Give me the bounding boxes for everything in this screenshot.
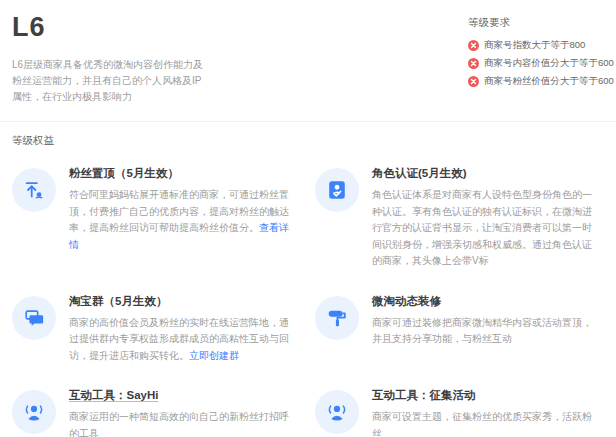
benefit-taobao-group: 淘宝群（5月生效） 商家的高价值会员及粉丝的实时在线运营阵地，通过提供群内专享权…	[12, 294, 297, 365]
benefit-title: 粉丝置顶（5月生效）	[69, 166, 297, 181]
error-x-icon	[468, 40, 479, 51]
chat-group-icon	[12, 296, 56, 340]
page-title: L6	[12, 12, 312, 43]
paint-roller-icon	[315, 296, 359, 340]
benefit-title: 微淘动态装修	[372, 294, 600, 309]
badge-check-icon	[315, 168, 359, 212]
person-waves-icon	[315, 390, 359, 434]
person-waves-icon	[12, 390, 56, 434]
benefit-description: 商家的高价值会员及粉丝的实时在线运营阵地，通过提供群内专享权益形成群成员的高粘性…	[69, 315, 297, 365]
level-requirements-panel: 等级要求 商家号指数大于等于800 商家号内容价值分大于等于600 商家号粉丝价…	[468, 8, 600, 105]
benefits-grid: 粉丝置顶（5月生效） 符合阿里妈妈钻展开通标准的商家，可通过粉丝置顶，付费推广自…	[12, 166, 600, 437]
benefit-weitao-decoration: 微淘动态装修 商家可通过装修把商家微淘精华内容或活动置顶，并且支持分享功能，与粉…	[315, 294, 600, 365]
level-benefits-page: L6 L6层级商家具备优秀的微淘内容创作能力及粉丝运营能力，并且有自己的个人风格…	[0, 0, 616, 437]
requirement-item: 商家号内容价值分大于等于600	[468, 57, 600, 70]
benefit-description: 商家可通过装修把商家微淘精华内容或活动置顶，并且支持分享功能，与粉丝互动	[372, 315, 600, 348]
page-description: L6层级商家具备优秀的微淘内容创作能力及粉丝运营能力，并且有自己的个人风格及IP…	[12, 57, 204, 105]
page-header: L6 L6层级商家具备优秀的微淘内容创作能力及粉丝运营能力，并且有自己的个人风格…	[0, 0, 616, 105]
benefits-heading: 等级权益	[12, 134, 600, 148]
requirements-list: 商家号指数大于等于800 商家号内容价值分大于等于600 商家号粉丝价值分大于等…	[468, 39, 600, 88]
benefit-description: 商家可设置主题，征集粉丝的优质买家秀，活跃粉丝	[372, 409, 600, 437]
benefit-description: 商家运用的一种简短高效的向自己的新粉丝打招呼的工具	[69, 409, 297, 437]
requirement-text: 商家号指数大于等于800	[484, 39, 585, 52]
benefit-title: 淘宝群（5月生效）	[69, 294, 297, 309]
create-group-link[interactable]: 立即创建群	[189, 350, 239, 361]
level-benefits-section: 等级权益 粉丝置顶（5月生效） 符合阿里妈妈钻展开通标准的商家，可通过粉丝置顶，…	[0, 122, 616, 437]
benefit-role-certification: 角色认证(5月生效) 角色认证体系是对商家有人设特色型身份角色的一种认证。享有角…	[315, 166, 600, 270]
level-intro: L6 L6层级商家具备优秀的微淘内容创作能力及粉丝运营能力，并且有自己的个人风格…	[12, 8, 312, 105]
requirement-item: 商家号粉丝价值分大于等于600	[468, 75, 600, 88]
requirement-text: 商家号内容价值分大于等于600	[484, 57, 614, 70]
requirement-item: 商家号指数大于等于800	[468, 39, 600, 52]
benefit-description: 角色认证体系是对商家有人设特色型身份角色的一种认证。享有角色认证的独有认证标识，…	[372, 187, 600, 270]
requirement-text: 商家号粉丝价值分大于等于600	[484, 75, 614, 88]
benefit-title: 角色认证(5月生效)	[372, 166, 600, 181]
benefit-title: 互动工具：SayHi	[69, 388, 297, 403]
pin-top-icon	[12, 168, 56, 212]
benefit-fans-pin-top: 粉丝置顶（5月生效） 符合阿里妈妈钻展开通标准的商家，可通过粉丝置顶，付费推广自…	[12, 166, 297, 270]
error-x-icon	[468, 76, 479, 87]
benefit-tool-sayhi: 互动工具：SayHi 商家运用的一种简短高效的向自己的新粉丝打招呼的工具	[12, 388, 297, 437]
benefit-tool-collection: 互动工具：征集活动 商家可设置主题，征集粉丝的优质买家秀，活跃粉丝	[315, 388, 600, 437]
benefit-description: 符合阿里妈妈钻展开通标准的商家，可通过粉丝置顶，付费推广自己的优质内容，提高对粉…	[69, 187, 297, 253]
benefit-title: 互动工具：征集活动	[372, 388, 600, 403]
error-x-icon	[468, 58, 479, 69]
requirements-heading: 等级要求	[468, 16, 600, 30]
